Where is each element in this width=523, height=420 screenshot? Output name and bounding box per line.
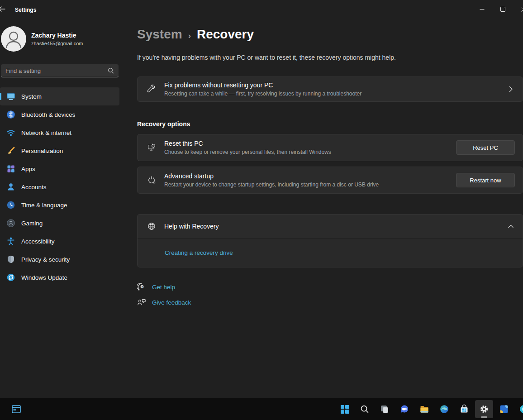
sidebar-item-privacy[interactable]: Privacy & security: [0, 250, 119, 268]
page-description: If you’re having problems with your PC o…: [137, 54, 523, 61]
accessibility-icon: [6, 237, 15, 246]
sidebar-item-label: Time & language: [21, 202, 67, 209]
power-gear-icon: [147, 176, 156, 185]
sidebar-item-label: System: [21, 93, 42, 100]
sidebar-item-label: Network & internet: [21, 129, 71, 136]
help-with-recovery-header[interactable]: Help with Recovery: [138, 215, 523, 238]
sidebar-item-windows-update[interactable]: Windows Update: [0, 268, 119, 286]
minimize-icon: [480, 7, 485, 12]
personalization-icon: [6, 146, 15, 155]
app-title: Settings: [15, 7, 36, 13]
gaming-icon: [6, 219, 15, 228]
taskbar-search-button[interactable]: [356, 400, 374, 418]
settings-button[interactable]: [475, 400, 493, 418]
account-email: zhastie455@gmail.com: [31, 41, 83, 46]
sidebar-item-personalization[interactable]: Personalization: [0, 142, 119, 160]
section-header-recovery-options: Recovery options: [137, 120, 523, 128]
search-box[interactable]: [1, 64, 119, 77]
chat-button[interactable]: [395, 400, 414, 418]
sidebar-item-gaming[interactable]: Gaming: [0, 214, 119, 232]
account-section[interactable]: Zachary Hastie zhastie455@gmail.com: [1, 26, 119, 52]
svg-text:?: ?: [141, 286, 143, 288]
account-name: Zachary Hastie: [31, 32, 83, 38]
time-language-icon: [6, 200, 15, 210]
fix-problems-subtitle: Resetting can take a while — first, try …: [164, 91, 507, 97]
fix-problems-card[interactable]: Fix problems without resetting your PC R…: [137, 76, 523, 102]
sidebar-item-time-language[interactable]: Time & language: [0, 196, 119, 214]
pinned-app-icon: [499, 404, 509, 414]
pinned-app-button[interactable]: [495, 400, 513, 418]
advanced-startup-card: Advanced startup Restart your device to …: [137, 167, 523, 194]
breadcrumb-system[interactable]: System: [137, 27, 182, 42]
task-view-icon: [380, 404, 390, 414]
sidebar-item-system[interactable]: System: [0, 87, 119, 105]
accounts-icon: [6, 182, 15, 191]
recovery-page: System › Recovery If you’re having probl…: [119, 18, 523, 398]
settings-sidebar: Zachary Hastie zhastie455@gmail.com Syst…: [0, 18, 119, 398]
sidebar-item-label: Apps: [21, 166, 35, 172]
sidebar-nav: System Bluetooth & devices Network & int…: [0, 87, 119, 286]
wrench-icon: [147, 85, 156, 94]
maximize-icon: [500, 7, 505, 12]
search-icon: [108, 67, 114, 74]
search-input[interactable]: [5, 67, 108, 74]
sidebar-item-label: Gaming: [21, 220, 43, 227]
give-feedback-link[interactable]: Give feedback: [152, 299, 191, 306]
taskbar-pinned-window-button[interactable]: [7, 400, 25, 418]
maximize-button[interactable]: [492, 0, 513, 18]
chevron-up-icon: [507, 222, 515, 230]
get-help-link[interactable]: Get help: [152, 284, 175, 291]
breadcrumb: System › Recovery: [137, 25, 523, 43]
edge-icon: [439, 404, 449, 414]
settings-gear-icon: [479, 404, 490, 415]
give-feedback-row[interactable]: Give feedback: [137, 295, 191, 310]
store-button[interactable]: [455, 400, 473, 418]
footer-links: ? Get help Give feedback: [137, 279, 523, 310]
globe-icon: [147, 222, 156, 231]
minimize-button[interactable]: [471, 0, 492, 18]
windows-update-icon: [6, 273, 15, 282]
reset-pc-subtitle: Choose to keep or remove your personal f…: [164, 149, 456, 155]
start-button[interactable]: [336, 400, 354, 418]
privacy-icon: [6, 255, 15, 264]
help-with-recovery-expander: Help with Recovery Creating a recovery d…: [137, 214, 523, 267]
reset-pc-title: Reset this PC: [164, 140, 456, 147]
sidebar-item-network[interactable]: Network & internet: [0, 124, 119, 142]
chat-icon: [399, 404, 409, 414]
advanced-startup-title: Advanced startup: [164, 172, 456, 180]
sidebar-item-bluetooth[interactable]: Bluetooth & devices: [0, 105, 119, 124]
feedback-icon: [137, 298, 146, 307]
back-button[interactable]: [0, 4, 7, 14]
back-arrow-icon: [0, 6, 5, 12]
file-explorer-icon: [419, 404, 429, 414]
partial-app-icon: [519, 404, 523, 414]
system-icon: [6, 92, 15, 101]
sidebar-item-label: Personalization: [21, 148, 63, 154]
get-help-row[interactable]: ? Get help: [137, 279, 175, 295]
reset-pc-button[interactable]: Reset PC: [456, 140, 515, 155]
sidebar-item-accounts[interactable]: Accounts: [0, 178, 119, 196]
task-view-button[interactable]: [376, 400, 394, 418]
windows-start-icon: [341, 405, 349, 414]
file-explorer-button[interactable]: [415, 400, 433, 418]
sidebar-item-apps[interactable]: Apps: [0, 160, 119, 178]
store-icon: [459, 404, 469, 414]
creating-recovery-drive-link[interactable]: Creating a recovery drive: [165, 249, 233, 256]
sidebar-item-label: Bluetooth & devices: [21, 111, 75, 118]
close-icon: [521, 7, 523, 12]
partial-app-button[interactable]: [515, 400, 523, 418]
restart-now-button[interactable]: Restart now: [456, 173, 515, 187]
pinned-window-icon: [11, 404, 21, 414]
page-title: Recovery: [197, 27, 254, 42]
breadcrumb-separator-icon: ›: [188, 29, 191, 41]
sidebar-item-label: Accounts: [21, 184, 47, 191]
edge-button[interactable]: [435, 400, 453, 418]
close-button[interactable]: [513, 0, 523, 18]
taskbar-icons: [336, 400, 523, 418]
sidebar-item-accessibility[interactable]: Accessibility: [0, 232, 119, 250]
sidebar-item-label: Accessibility: [21, 238, 55, 245]
network-icon: [6, 128, 15, 137]
sidebar-item-label: Privacy & security: [21, 256, 70, 263]
titlebar: Settings: [0, 0, 523, 18]
avatar: [1, 26, 26, 52]
